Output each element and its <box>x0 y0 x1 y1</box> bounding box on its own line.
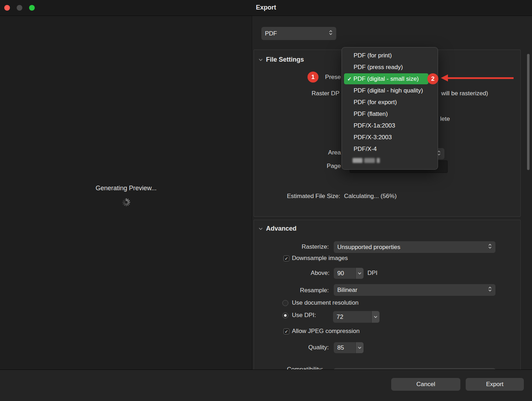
jpeg-compression-label: Allow JPEG compression <box>292 328 360 335</box>
export-button[interactable]: Export <box>466 378 524 391</box>
advanced-title: Advanced <box>266 225 297 232</box>
menu-item[interactable]: PDF (for export) <box>342 96 438 108</box>
stepper-icon <box>488 286 492 294</box>
use-document-resolution-label: Use document resolution <box>292 299 359 306</box>
format-dropdown[interactable]: PDF <box>261 27 336 40</box>
raster-note: will be rasterized) <box>441 90 488 97</box>
downsample-label: Downsample images <box>292 255 348 262</box>
menu-item[interactable]: PDF/X-4 <box>342 143 438 155</box>
redacted-menu-item[interactable] <box>353 158 380 163</box>
chevron-down-icon[interactable] <box>355 342 364 353</box>
use-document-resolution-radio[interactable] <box>282 300 288 306</box>
advanced-panel: Advanced Rasterize: Unsupported properti… <box>254 220 521 369</box>
step-1-badge: 1 <box>307 72 318 83</box>
generating-preview-text: Generating Preview... <box>95 185 156 192</box>
estimated-size-value: Calculating... (56%) <box>344 193 397 199</box>
above-dpi-combo[interactable]: 90 <box>334 268 364 279</box>
rasterize-label: Rasterize: <box>301 243 329 250</box>
menu-item[interactable]: PDF (press ready) <box>342 61 438 73</box>
above-dpi-value: 90 <box>334 268 355 279</box>
resample-select[interactable]: Bilinear <box>334 284 495 296</box>
file-settings-title: File Settings <box>266 56 304 63</box>
quality-combo[interactable]: 85 <box>334 342 364 353</box>
check-icon: ✓ <box>284 256 288 261</box>
stepper-icon <box>488 243 492 251</box>
area-label: Area <box>328 149 341 156</box>
disclosure-chevron-icon[interactable] <box>259 58 263 61</box>
pages-label: Page <box>327 163 341 170</box>
step-2-badge: 2 <box>427 73 438 84</box>
raster-dpi-label: Raster DP <box>312 90 339 97</box>
preset-label: Prese <box>325 74 341 81</box>
scrollbar-thumb[interactable] <box>527 54 530 170</box>
preview-pane: Generating Preview... <box>0 16 252 369</box>
chevron-down-icon[interactable] <box>355 268 364 279</box>
stepper-icon <box>329 29 333 38</box>
menu-item[interactable]: PDF (flatten) <box>342 108 438 120</box>
preset-menu: PDF (for print) PDF (press ready) ✓ PDF … <box>342 47 438 170</box>
use-dpi-label: Use DPI: <box>292 312 316 319</box>
format-dropdown-value: PDF <box>265 30 277 37</box>
jpeg-compression-checkbox[interactable]: ✓ <box>283 328 289 334</box>
dpi-unit-label: DPI <box>367 270 377 277</box>
use-dpi-radio[interactable] <box>282 312 288 318</box>
annotation-arrow-icon <box>441 74 514 81</box>
menu-item[interactable]: PDF (digital - high quality) <box>342 85 438 96</box>
disclosure-chevron-icon[interactable] <box>259 227 263 230</box>
resample-value: Bilinear <box>337 287 358 294</box>
titlebar: Export <box>0 0 532 16</box>
use-dpi-combo[interactable]: 72 <box>333 311 379 323</box>
downsample-checkbox[interactable]: ✓ <box>283 255 289 261</box>
menu-item-selected[interactable]: ✓ PDF (digital - small size) <box>342 73 438 85</box>
cancel-button[interactable]: Cancel <box>391 378 460 391</box>
use-dpi-value: 72 <box>333 311 371 323</box>
compatibility-label: Compatibility: <box>287 366 323 369</box>
estimated-size-row: Estimated File Size: Calculating... (56%… <box>287 193 397 200</box>
quality-label: Quality: <box>308 344 329 351</box>
menu-item[interactable]: PDF (for print) <box>342 50 438 61</box>
rasterize-select[interactable]: Unsupported properties <box>334 241 495 253</box>
rasterize-value: Unsupported properties <box>337 244 400 251</box>
selected-highlight: ✓ PDF (digital - small size) <box>344 73 428 84</box>
window-title: Export <box>0 4 532 11</box>
loading-spinner-icon <box>122 198 131 207</box>
menu-item[interactable]: PDF/X-3:2003 <box>342 131 438 143</box>
menu-item[interactable]: PDF/X-1a:2003 <box>342 120 438 131</box>
dialog-content: Generating Preview... <box>0 16 532 369</box>
check-icon: ✓ <box>284 329 288 334</box>
estimated-size-label: Estimated File Size: <box>287 193 340 199</box>
chevron-down-icon[interactable] <box>371 311 379 323</box>
export-dialog: Export Generating Preview... <box>0 0 532 401</box>
check-icon: ✓ <box>347 76 352 82</box>
dialog-footer: Cancel Export <box>0 369 532 401</box>
delete-button-partial[interactable]: lete <box>440 115 450 123</box>
quality-value: 85 <box>334 342 355 353</box>
above-label: Above: <box>311 270 329 277</box>
resample-label: Resample: <box>300 287 329 294</box>
